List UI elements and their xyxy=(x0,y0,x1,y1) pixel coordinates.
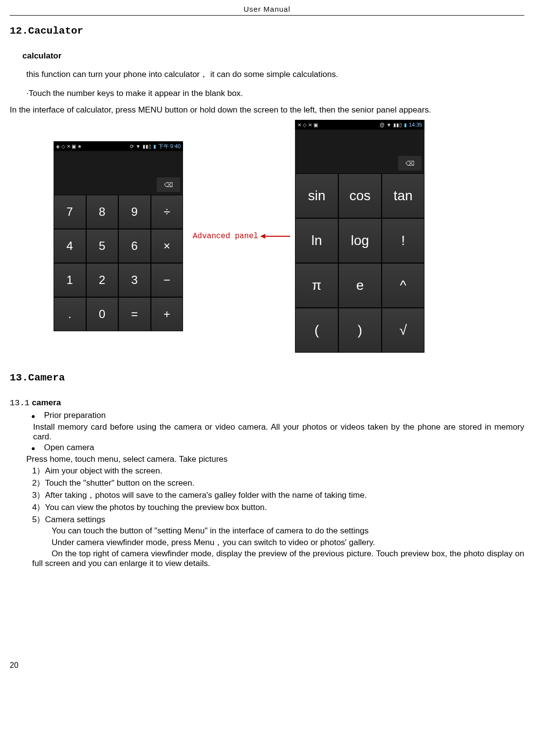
settings-line-3-text: On the top right of camera viewfinder mo… xyxy=(32,549,524,568)
sync-icon: ⟳ xyxy=(130,144,134,149)
at-icon: @ xyxy=(380,122,385,128)
advanced-panel-text: Advanced panel xyxy=(193,232,258,241)
calc-display-1: ⌫ xyxy=(54,151,183,195)
bullet-open-label: Open camera xyxy=(44,443,94,454)
key-multiply[interactable]: × xyxy=(151,229,183,263)
key-equals[interactable]: = xyxy=(119,298,150,331)
settings-line-1: You can touch the button of "setting Men… xyxy=(52,526,524,536)
calculator-intro: this function can turn your phone into c… xyxy=(26,69,524,80)
advanced-panel-label: Advanced panel xyxy=(193,232,290,241)
section-13-title: 13.Camera xyxy=(10,372,524,383)
key-4[interactable]: 4 xyxy=(54,229,86,263)
bullet-dot-icon: ● xyxy=(31,411,35,421)
key-sqrt[interactable]: √ xyxy=(382,308,424,352)
step-2: 2）Touch the "shutter" button on the scre… xyxy=(32,477,524,489)
key-8[interactable]: 8 xyxy=(87,195,118,228)
key-tan[interactable]: tan xyxy=(382,174,424,218)
screenshots-row: ◈ ◇ ✕ ▣ ★ ⟳ ▼ ▮▮▯ ▮ 下午 9:40 ⌫ 7 8 9 ÷ 4 … xyxy=(54,120,524,353)
key-plus[interactable]: + xyxy=(151,298,183,331)
key-log[interactable]: log xyxy=(339,219,381,263)
settings-line-2: Under camera viewfinder mode, press Menu… xyxy=(52,537,524,548)
key-6[interactable]: 6 xyxy=(119,229,150,263)
status-bar-2: ✕ ◇ ✕ ▣ @ ▼ ▮▮▯ ▮ 14:35 xyxy=(295,120,424,130)
status-time-2: 14:35 xyxy=(409,122,423,128)
backspace-key-2[interactable]: ⌫ xyxy=(398,156,422,170)
wifi-icon: ▼ xyxy=(136,144,141,149)
key-pi[interactable]: π xyxy=(295,264,338,307)
battery-icon-2: ▮ xyxy=(404,122,407,128)
settings-line-3: On the top right of camera viewfinder mo… xyxy=(32,549,524,568)
page-number: 20 xyxy=(10,661,524,670)
basic-keypad: 7 8 9 ÷ 4 5 6 × 1 2 3 − . 0 = + xyxy=(54,195,183,331)
key-5[interactable]: 5 xyxy=(87,229,118,263)
backspace-key-1[interactable]: ⌫ xyxy=(157,177,180,192)
signal-icon: ◈ ◇ ✕ ▣ ★ xyxy=(56,144,82,149)
key-9[interactable]: 9 xyxy=(119,195,150,228)
prior-prep-body: Install memory card before using the cam… xyxy=(33,422,524,442)
key-sin[interactable]: sin xyxy=(295,174,338,218)
step-3: 3）After taking，photos will save to the c… xyxy=(32,490,524,501)
status-icons-2: ✕ ◇ ✕ ▣ xyxy=(297,122,317,128)
calc-basic-phone: ◈ ◇ ✕ ▣ ★ ⟳ ▼ ▮▮▯ ▮ 下午 9:40 ⌫ 7 8 9 ÷ 4 … xyxy=(54,141,183,331)
status-time-1: 下午 9:40 xyxy=(158,143,181,150)
key-3[interactable]: 3 xyxy=(119,264,150,297)
calculator-menu-text: In the interface of calculator, press ME… xyxy=(10,105,524,115)
key-1[interactable]: 1 xyxy=(54,264,86,297)
key-power[interactable]: ^ xyxy=(382,264,424,307)
signal-bars-icon-2: ▮▮▯ xyxy=(393,122,402,128)
key-lparen[interactable]: ( xyxy=(295,308,338,352)
bullet-prior-label: Prior preparation xyxy=(44,411,106,421)
calculator-subtitle: calculator xyxy=(22,51,524,61)
key-dot[interactable]: . xyxy=(54,298,86,331)
battery-icon: ▮ xyxy=(153,144,156,149)
wifi-icon-2: ▼ xyxy=(387,122,391,128)
section-13-1-sub: 13.1 camera xyxy=(10,398,524,408)
calc-advanced-phone: ✕ ◇ ✕ ▣ @ ▼ ▮▮▯ ▮ 14:35 ⌫ sin cos tan ln… xyxy=(295,120,424,353)
bullet-prior-prep: ● Prior preparation xyxy=(31,411,524,421)
step-1: 1）Aim your object with the screen. xyxy=(32,465,524,476)
bullet-dot-icon: ● xyxy=(31,443,35,454)
step-5: 5）Camera settings xyxy=(32,514,524,525)
key-factorial[interactable]: ! xyxy=(382,219,424,263)
status-bar-1: ◈ ◇ ✕ ▣ ★ ⟳ ▼ ▮▮▯ ▮ 下午 9:40 xyxy=(54,141,183,151)
signal-bars-icon: ▮▮▯ xyxy=(143,144,151,149)
step-4: 4）You can view the photos by touching th… xyxy=(32,502,524,513)
calc-display-2: ⌫ xyxy=(295,130,424,173)
key-rparen[interactable]: ) xyxy=(339,308,381,352)
key-0[interactable]: 0 xyxy=(87,298,118,331)
key-7[interactable]: 7 xyxy=(54,195,86,228)
section-13-1-bold: camera xyxy=(30,398,61,407)
key-cos[interactable]: cos xyxy=(339,174,381,218)
calculator-bullet: ·Touch the number keys to make it appear… xyxy=(26,89,524,98)
key-ln[interactable]: ln xyxy=(295,219,338,263)
key-2[interactable]: 2 xyxy=(87,264,118,297)
page-header: User Manual xyxy=(10,5,524,16)
arrow-icon xyxy=(261,236,290,237)
key-minus[interactable]: − xyxy=(151,264,183,297)
section-12-title: 12.Caculator xyxy=(10,25,524,37)
key-e[interactable]: e xyxy=(339,264,381,307)
advanced-keypad: sin cos tan ln log ! π e ^ ( ) √ xyxy=(295,173,424,353)
open-camera-body: Press home, touch menu, select camera. T… xyxy=(26,454,524,464)
bullet-open-camera: ● Open camera xyxy=(31,443,524,454)
section-13-1-num: 13.1 xyxy=(10,398,30,408)
key-divide[interactable]: ÷ xyxy=(151,195,183,228)
